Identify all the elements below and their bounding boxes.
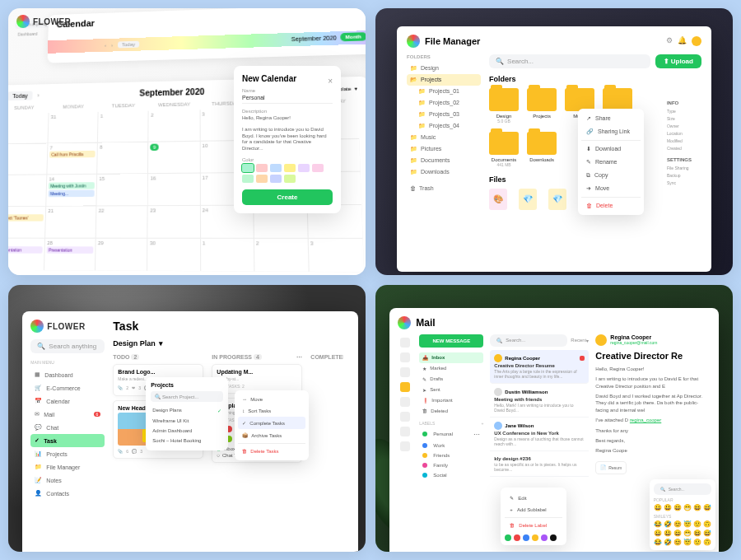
color-dot[interactable] (550, 534, 557, 541)
emoji[interactable]: 😀 (654, 530, 662, 537)
emoji[interactable]: 😄 (673, 504, 682, 511)
folder-item[interactable]: Design5.0 GB (489, 88, 519, 124)
close-icon[interactable]: × (328, 77, 333, 86)
tree-item-documents[interactable]: 📁 Documents (407, 155, 481, 166)
today-button[interactable]: Today (118, 41, 139, 49)
tree-item-downloads[interactable]: 📁 Downloads (407, 166, 481, 178)
color-swatch[interactable] (284, 175, 296, 183)
color-swatch[interactable] (298, 164, 310, 172)
label-social[interactable]: Social (419, 470, 483, 480)
nav-projects[interactable]: 📊 Projects (30, 447, 105, 460)
emoji[interactable]: 😊 (673, 539, 682, 546)
label-work[interactable]: Work (419, 441, 483, 450)
prev-arrow-icon[interactable]: ‹ (105, 43, 106, 48)
color-swatch[interactable] (284, 164, 296, 172)
rail-mail-icon[interactable] (400, 382, 410, 392)
color-swatch[interactable] (242, 164, 254, 172)
nav-ecommerce[interactable]: 🛒 E-Commerce (30, 381, 105, 394)
message-item[interactable]: Dustin Williamson Meeting with friends H… (490, 384, 589, 418)
emoji[interactable]: 😇 (683, 539, 692, 546)
ctx-rename[interactable]: ✎ Rename (581, 156, 641, 169)
color-dot[interactable] (514, 534, 520, 541)
label-add-sub[interactable]: + Add Sublabel (505, 504, 562, 516)
label-friends[interactable]: Friends (419, 450, 483, 460)
tree-item[interactable]: 📁 Projects_04 (415, 120, 481, 132)
next-arrow-icon[interactable]: › (111, 43, 113, 48)
project-option[interactable]: Wireframe UI Kit (151, 416, 223, 426)
sort-dropdown[interactable]: Recent ▾ (571, 334, 589, 347)
event-presentation-2[interactable]: Presentation (47, 246, 94, 254)
ctx-move[interactable]: ➜ Move (581, 182, 641, 195)
emoji[interactable]: 😂 (654, 520, 662, 528)
label-delete[interactable]: 🗑 Delete Label (505, 520, 562, 531)
rail-icon[interactable] (400, 352, 410, 362)
add-label-icon[interactable]: + (481, 421, 483, 426)
folder-item[interactable]: Downloads (527, 132, 557, 167)
message-item[interactable]: Regina Cooper Creative Director Resume T… (490, 350, 589, 384)
rail-icon[interactable] (400, 338, 410, 348)
emoji[interactable]: 🤣 (664, 520, 672, 528)
desc-textarea[interactable]: I am writing to introduce you to David B… (242, 127, 333, 152)
message-item[interactable]: kly design #236 to be as specific as or … (490, 451, 589, 477)
search-input[interactable]: 🔍 Search... (489, 54, 650, 68)
rail-icon[interactable] (400, 412, 410, 422)
message-item[interactable]: Jane Wilson UX Conference in New York De… (490, 418, 589, 451)
rail-icon[interactable] (400, 427, 410, 436)
action-delete[interactable]: 🗑 Delete Tasks (238, 446, 305, 457)
ctx-sharing-link[interactable]: 🔗 Sharing Link (581, 125, 641, 138)
rail-icon[interactable] (400, 441, 410, 451)
folder-drafts[interactable]: ✎ Drafts (419, 374, 483, 385)
more-icon[interactable]: ⋯ (296, 354, 302, 361)
emoji[interactable]: 😅 (703, 504, 711, 511)
nav-calendar[interactable]: 📅 Calendar (30, 394, 105, 408)
emoji[interactable]: 😊 (673, 520, 682, 528)
ctx-share[interactable]: ↗ Share (581, 112, 641, 125)
figma-file-icon[interactable]: 🎨 (489, 189, 507, 210)
ctx-delete[interactable]: 🗑 Delete (581, 199, 641, 212)
plan-selector[interactable]: Design Plan ▾ (113, 339, 350, 348)
tree-item[interactable]: 📁 Projects_02 (415, 97, 481, 109)
sketch-file-icon[interactable]: 💎 (519, 189, 537, 210)
nav-dashboard[interactable]: ▦ Dashboard (30, 368, 105, 381)
color-swatch[interactable] (242, 175, 254, 183)
action-sort[interactable]: ↕ Sort Tasks (238, 405, 305, 417)
project-option[interactable]: Admin Dashboard (151, 426, 223, 436)
event-call[interactable]: Call from Priscilla (49, 151, 96, 158)
settings-icon[interactable]: ⚙ (666, 36, 673, 46)
folder-item[interactable]: Projects (527, 88, 557, 124)
bell-icon[interactable]: 🔔 (678, 36, 687, 46)
nav-chat[interactable]: 💬 Chat (30, 421, 105, 434)
color-swatch[interactable] (270, 164, 282, 172)
nav-notes[interactable]: 📝 Notes (30, 474, 105, 487)
project-option[interactable]: Design Plans✓ (151, 405, 223, 416)
label-personal[interactable]: Personal⋯ (419, 428, 483, 441)
attachment-link[interactable]: regina_cooper (630, 418, 661, 422)
nav-task[interactable]: ✓ Task (30, 434, 105, 447)
emoji[interactable]: 😅 (703, 530, 711, 537)
emoji[interactable]: 🙂 (693, 520, 701, 528)
tree-item-trash[interactable]: 🗑 Trash (407, 183, 481, 194)
emoji[interactable]: 😆 (693, 530, 701, 537)
nav-mail[interactable]: ✉ Mail6 (30, 408, 105, 421)
nav-file-manager[interactable]: 📁 File Manager (30, 460, 105, 474)
emoji[interactable]: 😁 (683, 504, 692, 511)
event-project[interactable]: Project 'Toones' (8, 214, 44, 222)
user-avatar[interactable] (692, 36, 701, 46)
folder-inbox[interactable]: 📥 Inbox (419, 352, 483, 363)
nav-contacts[interactable]: 👤 Contacts (30, 487, 105, 500)
emoji[interactable]: 😁 (683, 530, 692, 537)
view-month-toggle[interactable]: Month (340, 32, 366, 41)
emoji-search-input[interactable]: 🔍 Search... (654, 483, 711, 495)
emoji[interactable]: 😄 (673, 530, 682, 537)
project-search-input[interactable]: 🔍 Search Project... (151, 391, 223, 402)
folder-item[interactable]: Documents441 MB (489, 132, 519, 167)
color-swatch[interactable] (312, 164, 324, 172)
label-family[interactable]: Family (419, 460, 483, 470)
color-swatch[interactable] (270, 175, 282, 183)
event-meeting[interactable]: Meeting... (49, 190, 95, 198)
attachment-chip[interactable]: 📄 Resum (595, 461, 627, 474)
today-button-2[interactable]: Today (8, 91, 33, 101)
color-dot[interactable] (523, 534, 529, 541)
project-option[interactable]: Sochi – Hotel Booking (151, 436, 223, 446)
name-input[interactable]: Personal (242, 95, 333, 104)
